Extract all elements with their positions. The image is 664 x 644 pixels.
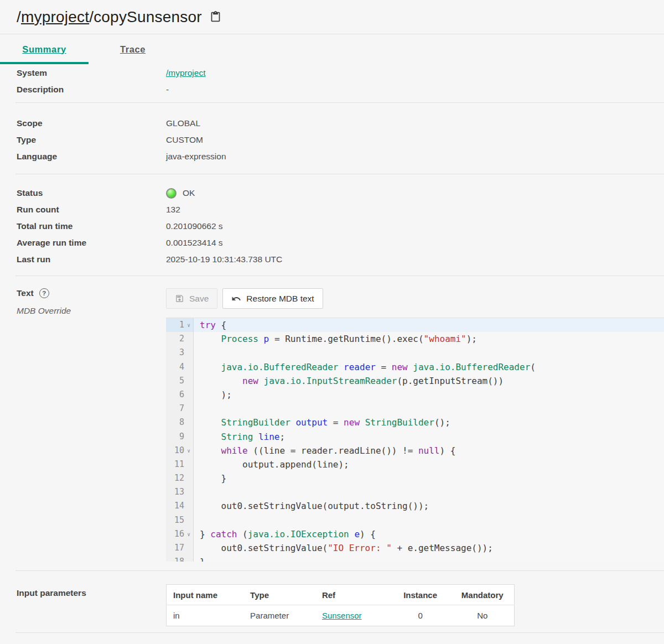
code-line[interactable]: 2 Process p = Runtime.getRuntime().exec(… bbox=[166, 332, 664, 346]
title-project-link[interactable]: myproject bbox=[21, 8, 89, 25]
page-title: /myproject/copySunsensor bbox=[17, 8, 221, 26]
code-text: } bbox=[194, 555, 664, 562]
code-line[interactable]: 5 new java.io.InputStreamReader(p.getInp… bbox=[166, 374, 664, 388]
property-value: 2025-10-19 10:31:43.738 UTC bbox=[166, 255, 282, 264]
code-token: new bbox=[392, 362, 408, 372]
property-value: java-expression bbox=[166, 152, 226, 162]
code-token bbox=[200, 334, 221, 344]
restore-button-label: Restore MDB text bbox=[246, 294, 314, 304]
line-gutter: 9 bbox=[166, 430, 194, 444]
property-label: Average run time bbox=[17, 238, 166, 248]
property-label: Last run bbox=[17, 255, 166, 264]
fold-chevron-down-icon[interactable]: ∨ bbox=[184, 527, 193, 541]
code-token: } bbox=[200, 529, 210, 539]
line-number: 16 bbox=[172, 527, 184, 541]
code-text: out0.setStringValue("IO Error: " + e.get… bbox=[194, 541, 664, 555]
property-value: 0.001523414 s bbox=[166, 238, 223, 248]
fold-chevron-down-icon[interactable]: ∨ bbox=[184, 318, 193, 332]
line-number: 4 bbox=[172, 360, 184, 374]
code-text: String line; bbox=[194, 430, 664, 444]
code-token: } bbox=[200, 473, 226, 484]
code-token: (p.getInputStream()) bbox=[397, 376, 504, 386]
code-token: output.append(line); bbox=[200, 459, 349, 470]
code-text bbox=[194, 346, 664, 360]
code-token: new bbox=[242, 376, 258, 386]
line-gutter: 6 bbox=[166, 388, 194, 402]
tab-summary[interactable]: Summary bbox=[0, 34, 89, 64]
fold-chevron-down-icon[interactable]: ∨ bbox=[184, 444, 193, 458]
code-line[interactable]: 14 out0.setStringValue(output.toString()… bbox=[166, 499, 664, 513]
code-line[interactable]: 3 bbox=[166, 346, 664, 360]
code-text: output.append(line); bbox=[194, 458, 664, 471]
code-line[interactable]: 8 StringBuilder output = new StringBuild… bbox=[166, 416, 664, 429]
property-label: Language bbox=[17, 152, 166, 162]
code-text: StringBuilder output = new StringBuilder… bbox=[194, 416, 664, 429]
parameter-ref-link[interactable]: Sunsensor bbox=[322, 611, 362, 620]
code-line[interactable]: 10∨ while ((line = reader.readLine()) !=… bbox=[166, 444, 664, 458]
code-line[interactable]: 9 String line; bbox=[166, 430, 664, 444]
code-line[interactable]: 17 out0.setStringValue("IO Error: " + e.… bbox=[166, 541, 664, 555]
property-value: - bbox=[166, 85, 169, 95]
code-text: new java.io.InputStreamReader(p.getInput… bbox=[194, 374, 664, 388]
code-token: ( bbox=[237, 529, 247, 539]
property-value: OK bbox=[166, 188, 195, 199]
save-button[interactable]: Save bbox=[166, 288, 217, 309]
code-token: p bbox=[264, 334, 269, 344]
code-token: + e.getMessage()); bbox=[392, 543, 493, 553]
property-label: System bbox=[17, 68, 166, 78]
code-token: (); bbox=[434, 417, 450, 428]
code-token bbox=[360, 417, 365, 428]
code-line[interactable]: 16∨} catch (java.io.IOException e) { bbox=[166, 527, 664, 541]
code-token: java.io.IOException bbox=[248, 529, 349, 539]
save-button-label: Save bbox=[189, 294, 209, 304]
line-number: 18 bbox=[172, 555, 184, 562]
code-text: while ((line = reader.readLine()) != nul… bbox=[194, 444, 664, 458]
code-token bbox=[200, 362, 221, 372]
section-statistics: StatusOKRun count132Total run time0.2010… bbox=[0, 174, 664, 276]
code-line[interactable]: 13 bbox=[166, 485, 664, 499]
restore-mdb-button[interactable]: Restore MDB text bbox=[222, 288, 323, 309]
code-text bbox=[194, 485, 664, 499]
line-gutter: 10∨ bbox=[166, 444, 194, 458]
line-number: 7 bbox=[172, 402, 184, 416]
copy-name-button[interactable] bbox=[210, 11, 221, 23]
code-token: ) { bbox=[360, 529, 376, 539]
input-parameters-label: Input parameters bbox=[17, 584, 166, 626]
code-line[interactable]: 6 ); bbox=[166, 388, 664, 402]
property-value: GLOBAL bbox=[166, 118, 200, 128]
line-number: 5 bbox=[172, 374, 184, 388]
code-line[interactable]: 1∨try { bbox=[166, 318, 664, 332]
system-link[interactable]: /myproject bbox=[166, 68, 206, 77]
tab-trace-label: Trace bbox=[120, 44, 146, 55]
tab-trace[interactable]: Trace bbox=[89, 34, 177, 64]
code-text bbox=[194, 402, 664, 416]
title-algorithm-name: /copySunsensor bbox=[89, 8, 202, 25]
property-row: Average run time0.001523414 s bbox=[17, 235, 664, 251]
code-token: java.io.InputStreamReader bbox=[264, 376, 397, 386]
code-token: "IO Error: " bbox=[328, 543, 392, 553]
code-text bbox=[194, 513, 664, 527]
code-line[interactable]: 18} bbox=[166, 555, 664, 562]
line-number: 3 bbox=[172, 346, 184, 360]
code-line[interactable]: 7 bbox=[166, 402, 664, 416]
code-editor[interactable]: 1∨try {2 Process p = Runtime.getRuntime(… bbox=[166, 318, 664, 562]
page-header: /myproject/copySunsensor bbox=[0, 0, 664, 34]
line-gutter: 7 bbox=[166, 402, 194, 416]
code-token: "whoami" bbox=[424, 334, 466, 344]
column-header: Input name bbox=[167, 585, 244, 605]
help-icon[interactable]: ? bbox=[39, 288, 49, 298]
line-gutter: 3 bbox=[166, 346, 194, 360]
code-line[interactable]: 12 } bbox=[166, 471, 664, 485]
code-text: Process p = Runtime.getRuntime().exec("w… bbox=[194, 332, 664, 346]
code-token: = bbox=[328, 417, 344, 428]
property-row: Total run time0.201090662 s bbox=[17, 218, 664, 235]
text-left-column: Text ? MDB Override bbox=[17, 288, 166, 562]
line-gutter: 18 bbox=[166, 555, 194, 562]
property-row: Languagejava-expression bbox=[17, 148, 664, 165]
line-gutter: 1∨ bbox=[166, 318, 194, 332]
code-line[interactable]: 11 output.append(line); bbox=[166, 458, 664, 471]
code-line[interactable]: 15 bbox=[166, 513, 664, 527]
code-line[interactable]: 4 java.io.BufferedReader reader = new ja… bbox=[166, 360, 664, 374]
line-number: 11 bbox=[172, 458, 184, 471]
line-gutter: 8 bbox=[166, 416, 194, 429]
